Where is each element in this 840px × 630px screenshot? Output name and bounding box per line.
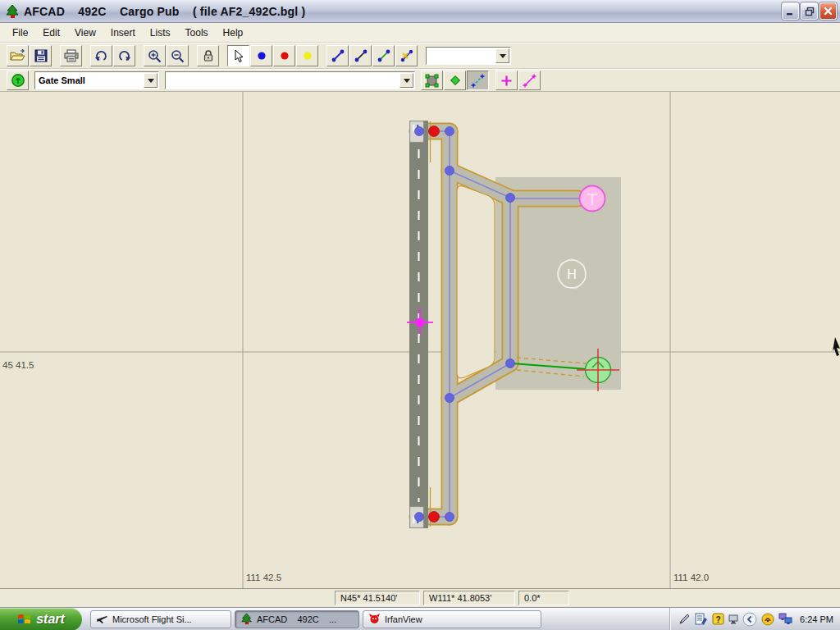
monitor-tray-icon[interactable] [728,614,738,625]
menu-view[interactable]: View [67,25,103,41]
minimize-icon [786,7,795,16]
add-red-node-button[interactable] [273,45,295,66]
status-heading: 0.0* [518,591,569,605]
add-point-button[interactable] [495,71,518,90]
draw-plain-link-button[interactable] [349,45,372,66]
vertex-tool-button[interactable] [444,71,466,90]
grid-label-latitude: 45 41.5 [2,360,34,370]
toolbar-separator [418,45,426,66]
zoom-out-icon [171,49,185,63]
menu-lists[interactable]: Lists [143,25,178,41]
open-button[interactable] [7,45,29,66]
status-bar: N45* 41.5140' W111* 41.8053' 0.0* [0,588,840,607]
language-bar-icon[interactable] [695,613,708,625]
hide-icons-chevron[interactable] [742,612,757,627]
apron-polygon-icon [425,74,439,88]
add-yellow-node-button[interactable] [296,45,318,66]
network-tray-icon[interactable] [778,613,792,625]
chevron-down-icon [500,54,506,58]
afcad-app-icon [5,4,20,19]
select-pointer-button[interactable] [227,45,249,66]
airport-map-canvas[interactable]: 45 41.5 111 42.5 111 42.0 [0,92,840,588]
task-label: IrfanView [385,614,422,624]
line-style-dropdown-button[interactable] [495,48,509,63]
start-button[interactable]: start [0,608,82,630]
pen-tray-icon[interactable] [678,613,691,625]
line-style-combobox[interactable] [426,47,511,65]
grid-label-longitude-right: 111 42.0 [673,573,709,582]
open-folder-icon [10,49,25,62]
toolbar-separator [490,70,495,91]
windows-flag-icon [17,612,31,626]
object-name-combobox[interactable] [165,71,415,89]
object-name-dropdown-button[interactable] [399,73,413,88]
edge-tool-button[interactable] [467,71,489,90]
close-icon [824,7,833,16]
tower-marker[interactable]: T [580,186,605,212]
zoom-out-button[interactable] [167,45,189,66]
menu-help[interactable]: Help [216,25,251,41]
helipad-label: H [567,267,577,281]
undo-button[interactable] [90,45,112,66]
black-link-icon [354,49,368,62]
cut-link-icon [400,49,413,62]
help-tray-icon[interactable]: ? [712,613,724,625]
pointer-arrow-icon [233,49,244,63]
restore-icon [805,7,815,16]
mouse-cursor [833,337,840,356]
toolbar-separator [159,70,165,91]
svg-text:?: ? [715,615,720,624]
cut-link-button[interactable] [395,45,418,66]
taskbar-item-afcad[interactable]: AFCAD 492C ... [235,610,359,628]
undo-arrow-icon [94,50,108,62]
menu-bar: File Edit View Insert Lists Tools Help [0,23,840,43]
gate-type-dropdown-button[interactable] [144,73,158,88]
status-latitude: N45* 41.5140' [335,591,420,605]
print-button[interactable] [60,45,82,66]
zoom-in-button[interactable] [144,45,166,66]
system-tray: ? 6:24 PM [669,608,840,630]
draw-parking-link-button[interactable] [372,45,395,66]
menu-insert[interactable]: Insert [103,25,143,41]
save-button[interactable] [30,45,52,66]
magenta-measure-icon [523,74,536,88]
taskbar-item-irfanview[interactable]: IrfanView [363,610,541,628]
volume-tray-icon[interactable] [761,613,774,626]
hold-short-nodes[interactable] [429,126,440,523]
toolbar-separator [52,45,60,66]
tower-label: T [587,189,598,208]
gate-type-combobox[interactable]: Gate Small [34,71,159,89]
menu-tools[interactable]: Tools [178,25,216,41]
green-diamond-icon [450,75,461,86]
irfanview-icon [368,613,381,625]
title-bar: AFCAD 492C Cargo Pub ( file AF2_492C.bgl… [0,0,840,23]
taskbar-item-flight-simulator[interactable]: Microsoft Flight Si... [90,610,231,628]
toolbar-separator [319,45,326,66]
red-node-icon [279,50,290,62]
restore-button[interactable] [801,2,818,20]
green-link-icon [377,49,390,62]
task-label: Microsoft Flight Si... [112,614,192,624]
draw-taxiway-link-button[interactable] [326,45,349,66]
lock-icon [203,49,214,62]
redo-button[interactable] [113,45,135,66]
measure-tool-button[interactable] [518,71,541,90]
object-toolbar: Gate Small [0,69,840,92]
lock-button[interactable] [197,45,219,66]
yellow-node-icon [302,50,313,62]
menu-file[interactable]: File [5,25,35,41]
status-longitude: W111* 41.8053' [423,591,515,605]
flight-simulator-icon [96,613,108,625]
add-blue-node-button[interactable] [250,45,272,66]
apron-tool-button[interactable] [421,71,443,90]
menu-edit[interactable]: Edit [35,25,67,41]
airport-point-button[interactable] [7,71,29,90]
toolbar-separator [415,70,421,91]
start-label: start [36,612,65,627]
taskbar: start Microsoft Flight Si... AFCAD 492C … [0,607,840,630]
dashed-edge-icon [471,74,485,88]
close-button[interactable] [819,2,837,20]
chevron-down-icon [404,79,410,83]
minimize-button[interactable] [782,2,799,20]
save-floppy-icon [34,49,48,62]
